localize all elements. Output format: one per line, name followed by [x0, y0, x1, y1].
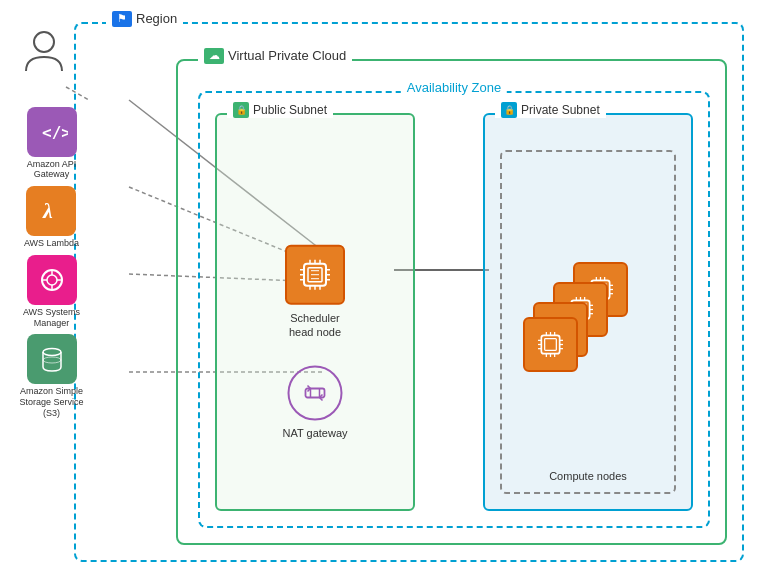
- svg-text:λ: λ: [42, 198, 53, 223]
- region-text: Region: [136, 11, 177, 26]
- private-subnet-text: Private Subnet: [521, 103, 600, 117]
- compute-nodes-stack: [523, 262, 653, 382]
- public-subnet-label: Public Subnet: [227, 102, 333, 118]
- apigw-icon: </>: [27, 107, 77, 157]
- lambda-icon: λ: [26, 186, 76, 236]
- region-flag-icon: [112, 11, 132, 27]
- nat-gateway: NAT gateway: [282, 366, 347, 439]
- compute-node-4: [523, 317, 578, 372]
- service-item-apigw: </> Amazon API Gateway: [16, 107, 88, 181]
- aws-services-panel: </> Amazon API Gateway λ AWS Lambda: [14, 52, 89, 419]
- service-item-lambda: λ AWS Lambda: [24, 186, 79, 249]
- private-lock-icon: [501, 102, 517, 118]
- service-item-s3: Amazon Simple Storage Service (S3): [16, 334, 88, 418]
- scheduler-node: Scheduler head node: [285, 245, 345, 340]
- scheduler-label: Scheduler head node: [289, 311, 341, 340]
- lambda-label: AWS Lambda: [24, 238, 79, 249]
- s3-icon: [27, 334, 77, 384]
- compute-cluster-box: Compute nodes: [500, 150, 676, 494]
- private-subnet-box: Private Subnet: [483, 113, 693, 511]
- s3-label: Amazon Simple Storage Service (S3): [16, 386, 88, 418]
- vpc-text: Virtual Private Cloud: [228, 48, 346, 63]
- private-subnet-label: Private Subnet: [495, 102, 606, 118]
- nat-gateway-icon: [287, 366, 342, 421]
- compute-nodes-label: Compute nodes: [502, 470, 674, 482]
- ssm-icon: [27, 255, 77, 305]
- region-box: Region Virtual Private Cloud Availabilit…: [74, 22, 744, 562]
- region-label: Region: [106, 11, 183, 27]
- svg-rect-71: [545, 338, 557, 350]
- scheduler-icon: [285, 245, 345, 305]
- public-lock-icon: [233, 102, 249, 118]
- svg-point-6: [34, 32, 54, 52]
- public-subnet-text: Public Subnet: [253, 103, 327, 117]
- svg-point-87: [47, 275, 57, 285]
- svg-text:</>: </>: [42, 123, 68, 142]
- svg-point-92: [43, 349, 61, 356]
- ssm-label: AWS Systems Manager: [16, 307, 88, 329]
- az-box: Availability Zone Public Subnet: [198, 91, 710, 528]
- nat-gateway-label: NAT gateway: [282, 427, 347, 439]
- architecture-diagram: Region Virtual Private Cloud Availabilit…: [14, 12, 754, 572]
- service-item-ssm: AWS Systems Manager: [16, 255, 88, 329]
- apigw-label: Amazon API Gateway: [16, 159, 88, 181]
- vpc-cloud-icon: [204, 48, 224, 64]
- svg-point-93: [43, 357, 61, 363]
- vpc-box: Virtual Private Cloud Availability Zone …: [176, 59, 727, 545]
- public-subnet-box: Public Subnet: [215, 113, 415, 511]
- vpc-label: Virtual Private Cloud: [198, 48, 352, 64]
- az-label: Availability Zone: [401, 80, 507, 95]
